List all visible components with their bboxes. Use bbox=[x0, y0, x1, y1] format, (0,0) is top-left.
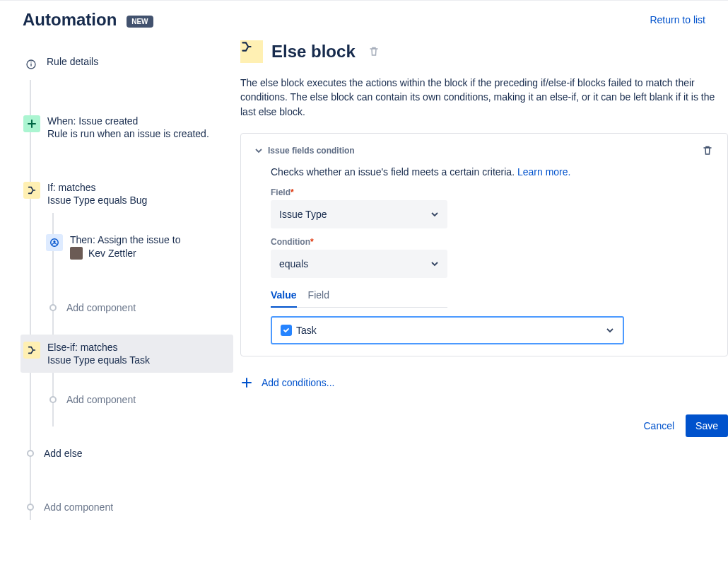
add-component-elseif[interactable]: Add component bbox=[54, 387, 233, 412]
task-type-icon bbox=[281, 325, 292, 336]
delete-block-button[interactable] bbox=[368, 46, 380, 57]
trigger-node[interactable]: When: Issue created Rule is run when an … bbox=[20, 108, 233, 146]
condition-select[interactable]: equals bbox=[271, 250, 447, 278]
branch-icon bbox=[240, 40, 263, 63]
cancel-button[interactable]: Cancel bbox=[643, 420, 674, 431]
condition-card: Issue fields condition Checks whether an… bbox=[240, 133, 728, 356]
plus-icon bbox=[23, 115, 40, 132]
condition-label: Condition* bbox=[271, 237, 713, 247]
then-title: Then: Assign the issue to bbox=[70, 234, 180, 245]
svg-rect-1 bbox=[30, 64, 31, 66]
empty-dot-icon bbox=[49, 396, 57, 403]
card-title: Issue fields condition bbox=[268, 146, 355, 156]
content-title: Else block bbox=[271, 42, 356, 62]
learn-more-link[interactable]: Learn more. bbox=[517, 166, 570, 178]
content-description: The else block executes the actions with… bbox=[240, 76, 728, 119]
chevron-down-icon bbox=[430, 260, 439, 268]
assign-icon bbox=[46, 234, 63, 251]
tab-field[interactable]: Field bbox=[308, 286, 329, 307]
plus-icon bbox=[240, 376, 253, 389]
chevron-down-icon bbox=[606, 326, 614, 335]
save-button[interactable]: Save bbox=[686, 414, 728, 437]
add-component-root[interactable]: Add component bbox=[31, 494, 233, 520]
delete-condition-button[interactable] bbox=[702, 145, 713, 156]
info-icon bbox=[23, 56, 40, 73]
branch-icon bbox=[23, 342, 40, 359]
elseif-node[interactable]: Else-if: matches Issue Type equals Task bbox=[20, 335, 233, 373]
content-panel: Else block The else block executes the a… bbox=[233, 40, 728, 520]
branch-icon bbox=[23, 182, 40, 199]
return-link[interactable]: Return to list bbox=[650, 14, 705, 25]
rule-tree: Rule details When: Issue created Rule is… bbox=[0, 40, 233, 520]
new-badge: NEW bbox=[127, 16, 153, 28]
field-select[interactable]: Issue Type bbox=[271, 200, 447, 228]
elseif-title: Else-if: matches bbox=[47, 342, 150, 353]
page-header: Automation NEW Return to list bbox=[0, 1, 728, 32]
elseif-subtitle: Issue Type equals Task bbox=[47, 354, 150, 366]
then-node[interactable]: Then: Assign the issue to Kev Zettler bbox=[43, 227, 233, 267]
chevron-down-icon bbox=[430, 210, 439, 219]
check-text: Checks whether an issue's field meets a … bbox=[271, 166, 713, 178]
tab-value[interactable]: Value bbox=[271, 286, 297, 308]
assignee-name: Kev Zettler bbox=[88, 248, 136, 259]
trigger-title: When: Issue created bbox=[47, 115, 209, 127]
trigger-subtitle: Rule is run when an issue is created. bbox=[47, 128, 209, 139]
empty-dot-icon bbox=[27, 450, 34, 457]
field-label: Field* bbox=[271, 187, 713, 197]
add-else[interactable]: Add else bbox=[31, 441, 233, 466]
rule-details-label: Rule details bbox=[47, 56, 98, 67]
rule-details-node[interactable]: Rule details bbox=[20, 49, 233, 80]
if-subtitle: Issue Type equals Bug bbox=[47, 195, 147, 206]
if-node[interactable]: If: matches Issue Type equals Bug bbox=[20, 175, 233, 213]
svg-point-4 bbox=[53, 240, 55, 243]
add-component-if[interactable]: Add component bbox=[54, 295, 233, 320]
empty-dot-icon bbox=[27, 504, 34, 511]
value-select[interactable]: Task bbox=[271, 316, 624, 344]
avatar bbox=[70, 247, 83, 260]
svg-rect-2 bbox=[30, 62, 31, 62]
chevron-down-icon[interactable] bbox=[255, 147, 262, 154]
add-conditions-button[interactable]: Add conditions... bbox=[240, 376, 728, 389]
empty-dot-icon bbox=[49, 304, 57, 311]
if-title: If: matches bbox=[47, 182, 147, 193]
page-title: Automation bbox=[23, 10, 117, 29]
